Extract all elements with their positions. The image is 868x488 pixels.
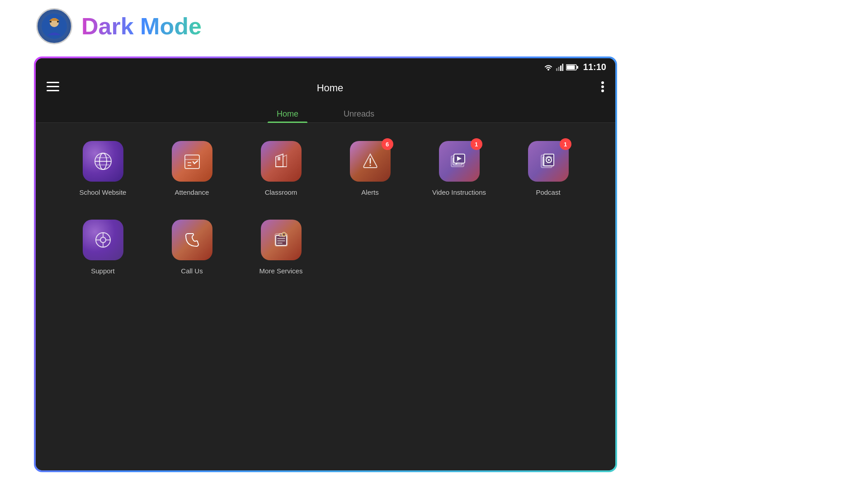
device-screen: 11:10 Home Home bbox=[36, 58, 615, 470]
svg-point-3 bbox=[57, 21, 59, 23]
app-bar: Home bbox=[36, 76, 615, 100]
svg-point-30 bbox=[369, 165, 371, 166]
attendance-label: Attendance bbox=[175, 188, 209, 197]
device-frame: 11:10 Home Home bbox=[34, 56, 617, 472]
school-website-icon bbox=[83, 141, 123, 182]
svg-rect-12 bbox=[47, 82, 59, 83]
app-icon-wrapper-school-website bbox=[83, 141, 123, 182]
tab-unreads[interactable]: Unreads bbox=[335, 106, 383, 122]
app-icon-wrapper-support bbox=[83, 220, 123, 260]
app-item-video-instructions[interactable]: 1 Video Instructions bbox=[419, 141, 499, 197]
svg-rect-13 bbox=[47, 86, 59, 87]
svg-rect-7 bbox=[560, 66, 561, 71]
svg-rect-5 bbox=[556, 68, 557, 71]
main-content: School Website bbox=[36, 123, 615, 470]
app-icon-wrapper-attendance bbox=[172, 141, 212, 182]
svg-rect-27 bbox=[278, 157, 280, 160]
call-us-icon bbox=[172, 220, 212, 260]
svg-rect-8 bbox=[562, 64, 563, 71]
svg-point-4 bbox=[547, 69, 549, 70]
support-icon bbox=[83, 220, 123, 260]
more-services-icon bbox=[261, 220, 302, 260]
svg-point-16 bbox=[601, 85, 604, 88]
svg-point-15 bbox=[601, 81, 604, 84]
app-item-more-services[interactable]: More Services bbox=[241, 220, 321, 276]
more-options-button[interactable] bbox=[601, 81, 604, 95]
app-grid-row2: Support Call Us bbox=[63, 220, 588, 276]
app-item-support[interactable]: Support bbox=[63, 220, 143, 276]
tab-bar: Home Unreads bbox=[36, 100, 615, 123]
status-icons: 11:10 bbox=[543, 62, 606, 72]
attendance-icon bbox=[172, 141, 212, 182]
svg-point-17 bbox=[601, 89, 604, 92]
app-icon-wrapper-video: 1 bbox=[439, 141, 480, 182]
app-title: Dark Mode bbox=[81, 13, 202, 40]
svg-point-42 bbox=[548, 159, 550, 161]
classroom-icon bbox=[261, 141, 302, 182]
tab-home[interactable]: Home bbox=[268, 106, 307, 122]
wifi-icon bbox=[543, 64, 553, 71]
svg-rect-10 bbox=[566, 65, 575, 69]
app-bar-title: Home bbox=[317, 82, 344, 94]
svg-point-44 bbox=[100, 237, 106, 243]
battery-icon bbox=[566, 64, 579, 71]
support-label: Support bbox=[91, 267, 115, 276]
status-bar: 11:10 bbox=[36, 58, 615, 76]
app-item-alerts[interactable]: 6 Alerts bbox=[330, 141, 410, 197]
svg-rect-50 bbox=[276, 235, 287, 245]
svg-point-2 bbox=[50, 21, 52, 23]
app-item-podcast[interactable]: 1 Podcast bbox=[508, 141, 588, 197]
app-icon-wrapper-alerts: 6 bbox=[350, 141, 391, 182]
status-time: 11:10 bbox=[583, 62, 606, 72]
svg-rect-11 bbox=[577, 66, 578, 69]
video-instructions-label: Video Instructions bbox=[432, 188, 486, 197]
app-logo bbox=[36, 8, 72, 44]
app-item-call-us[interactable]: Call Us bbox=[152, 220, 232, 276]
alerts-label: Alerts bbox=[361, 188, 378, 197]
podcast-badge: 1 bbox=[560, 138, 571, 150]
svg-rect-14 bbox=[47, 90, 59, 91]
video-badge: 1 bbox=[471, 138, 482, 150]
app-icon-wrapper-classroom bbox=[261, 141, 302, 182]
app-item-classroom[interactable]: Classroom bbox=[241, 141, 321, 197]
app-item-attendance[interactable]: Attendance bbox=[152, 141, 232, 197]
app-item-school-website[interactable]: School Website bbox=[63, 141, 143, 197]
podcast-label: Podcast bbox=[536, 188, 560, 197]
classroom-label: Classroom bbox=[265, 188, 297, 197]
more-services-label: More Services bbox=[259, 267, 303, 276]
svg-rect-6 bbox=[558, 67, 559, 71]
app-grid-row1: School Website bbox=[63, 141, 588, 197]
app-icon-wrapper-podcast: 1 bbox=[528, 141, 569, 182]
app-icon-wrapper-callus bbox=[172, 220, 212, 260]
outer-header: Dark Mode bbox=[0, 0, 868, 52]
app-icon-wrapper-more bbox=[261, 220, 302, 260]
call-us-label: Call Us bbox=[181, 267, 203, 276]
signal-icon bbox=[556, 64, 563, 71]
alerts-badge: 6 bbox=[382, 138, 393, 150]
school-website-label: School Website bbox=[80, 188, 127, 197]
menu-button[interactable] bbox=[47, 82, 59, 94]
